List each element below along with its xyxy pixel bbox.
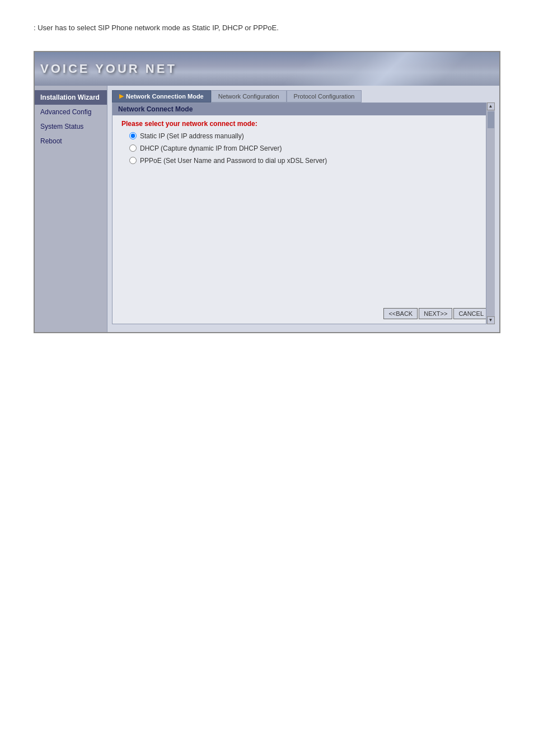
main-layout: Installation Wizard Advanced Config Syst…: [35, 86, 499, 332]
header-decoration: [221, 52, 499, 86]
content-panel: Network Connect Mode Please select your …: [112, 102, 495, 324]
sidebar-item-installation-wizard[interactable]: Installation Wizard: [35, 90, 107, 105]
sidebar-label-installation: Installation Wizard: [40, 94, 100, 101]
tab-protocol-configuration[interactable]: Protocol Configuration: [287, 90, 362, 102]
radio-dhcp[interactable]: [129, 144, 137, 152]
radio-option-static-ip[interactable]: Static IP (Set IP address manually): [113, 130, 494, 142]
tab-label-protocol-config: Protocol Configuration: [294, 93, 355, 100]
tab-arrow-icon: ▶: [119, 93, 124, 99]
scroll-down-button[interactable]: ▼: [487, 316, 495, 324]
prompt-text: Please select your network connect mode:: [113, 115, 494, 130]
scrollbar[interactable]: ▲ ▼: [486, 102, 495, 324]
app-header: VOICE YOUR NET: [35, 52, 499, 86]
app-logo: VOICE YOUR NET: [40, 62, 177, 76]
radio-pppoe[interactable]: [129, 157, 137, 164]
tab-bar: ▶ Network Connection Mode Network Config…: [112, 90, 495, 102]
sidebar-item-system-status[interactable]: System Status: [35, 119, 107, 134]
sidebar: Installation Wizard Advanced Config Syst…: [35, 86, 107, 332]
tab-network-connection-mode[interactable]: ▶ Network Connection Mode: [112, 90, 211, 102]
radio-option-dhcp[interactable]: DHCP (Capture dynamic IP from DHCP Serve…: [113, 142, 494, 155]
browser-frame: VOICE YOUR NET Installation Wizard Advan…: [34, 51, 500, 333]
sidebar-label-reboot: Reboot: [40, 137, 62, 145]
spacer: [113, 167, 494, 301]
tab-label-network-config: Network Configuration: [218, 93, 279, 100]
label-dhcp: DHCP (Capture dynamic IP from DHCP Serve…: [140, 144, 282, 152]
sidebar-label-advanced: Advanced Config: [40, 108, 91, 116]
intro-content: : User has to select SIP Phone network m…: [34, 24, 279, 32]
radio-option-pppoe[interactable]: PPPoE (Set User Name and Password to dia…: [113, 155, 494, 167]
tab-network-configuration[interactable]: Network Configuration: [211, 90, 287, 102]
intro-text: : User has to select SIP Phone network m…: [0, 0, 534, 45]
back-button[interactable]: <<BACK: [383, 308, 418, 319]
tab-label-network-connection: Network Connection Mode: [126, 93, 204, 100]
cancel-button[interactable]: CANCEL: [453, 308, 489, 319]
content-area: ▶ Network Connection Mode Network Config…: [107, 86, 499, 332]
sidebar-label-system: System Status: [40, 123, 83, 130]
radio-static-ip[interactable]: [129, 132, 137, 139]
label-pppoe: PPPoE (Set User Name and Password to dia…: [140, 157, 327, 165]
scroll-thumb[interactable]: [488, 111, 494, 128]
bottom-bar: <<BACK NEXT>> CANCEL: [113, 304, 494, 324]
scroll-up-button[interactable]: ▲: [487, 102, 495, 110]
section-header: Network Connect Mode: [113, 103, 494, 115]
sidebar-item-advanced-config[interactable]: Advanced Config: [35, 105, 107, 119]
next-button[interactable]: NEXT>>: [419, 308, 452, 319]
frame-wrapper: Network Connect Mode Please select your …: [112, 102, 495, 324]
sidebar-item-reboot[interactable]: Reboot: [35, 134, 107, 148]
label-static-ip: Static IP (Set IP address manually): [140, 132, 244, 140]
